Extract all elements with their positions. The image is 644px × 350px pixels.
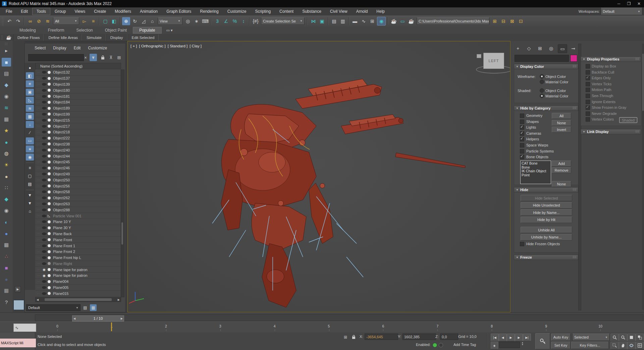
percent-snap-icon[interactable]: % bbox=[231, 17, 239, 25]
link-display-rollout[interactable]: ▼Link Display⠿⠿ bbox=[581, 129, 641, 134]
closed-eye-icon[interactable] bbox=[42, 107, 46, 110]
edit-named-selection-icon[interactable]: {#} bbox=[252, 17, 260, 25]
command-panel-scrollbar-2[interactable] bbox=[642, 44, 644, 310]
closed-eye-icon[interactable] bbox=[42, 113, 46, 116]
freeze-rollout[interactable]: ▼Freeze⠿⠿ bbox=[514, 255, 578, 260]
object-row-object249[interactable]: ···Object249 bbox=[35, 171, 121, 177]
list-none-button[interactable]: None bbox=[552, 181, 571, 187]
window-tool-icon-4[interactable]: ⊡ bbox=[517, 17, 525, 25]
left-toolbar-icon-16[interactable]: ◐ bbox=[2, 218, 11, 226]
absolute-mode-icon[interactable]: ⊞ bbox=[342, 334, 349, 340]
ribbon-button-edit-selected[interactable]: Edit Selected bbox=[127, 34, 159, 41]
closed-eye-icon[interactable] bbox=[42, 226, 46, 229]
use-pivot-center-icon[interactable]: ◎ bbox=[184, 17, 192, 25]
render-setup-icon[interactable]: ☕ bbox=[390, 17, 398, 25]
closed-eye-icon[interactable] bbox=[42, 71, 46, 74]
enabled-indicator[interactable] bbox=[433, 343, 437, 347]
menu-scripting[interactable]: Scripting bbox=[251, 8, 275, 15]
helpers-checkbox[interactable] bbox=[520, 137, 524, 141]
vertex-colors-shaded-button[interactable]: Shaded bbox=[619, 117, 637, 123]
hide-frozen-objects-checkbox[interactable] bbox=[520, 242, 524, 246]
vertex-ticks-checkbox[interactable] bbox=[586, 82, 590, 86]
object-row-object181[interactable]: ···Object181 bbox=[35, 93, 121, 99]
selection-filter-dropdown[interactable]: All▼ bbox=[53, 17, 79, 25]
lock-icon[interactable] bbox=[99, 54, 106, 61]
explorer-preset-dropdown[interactable]: Default▼ bbox=[26, 304, 80, 311]
filter-shapes-icon[interactable]: ◧ bbox=[26, 72, 34, 79]
unlink-icon[interactable]: ⊘ bbox=[35, 17, 43, 25]
closed-eye-icon[interactable] bbox=[42, 101, 46, 103]
left-toolbar-icon-9[interactable]: ● bbox=[2, 138, 11, 146]
window-tool-icon-3[interactable]: ⊠ bbox=[508, 17, 516, 25]
closed-eye-icon[interactable] bbox=[42, 131, 46, 133]
menu-graph-editors[interactable]: Graph Editors bbox=[162, 8, 196, 15]
closed-eye-icon[interactable] bbox=[42, 95, 46, 98]
minimize-button[interactable]: ─ bbox=[614, 0, 624, 7]
closed-eye-icon[interactable] bbox=[42, 286, 46, 289]
keyable-selected-dropdown[interactable]: Selected▼ bbox=[572, 334, 610, 341]
object-row-object180[interactable]: ···Object180 bbox=[35, 87, 121, 93]
closed-eye-icon[interactable] bbox=[42, 250, 46, 253]
menu-edit[interactable]: Edit bbox=[16, 8, 32, 15]
zoom-region-icon[interactable] bbox=[610, 342, 619, 349]
show-frozen-in-gray-checkbox[interactable] bbox=[586, 105, 590, 110]
menu-customize[interactable]: Customize bbox=[223, 8, 251, 15]
ref-coord-dropdown[interactable]: View▼ bbox=[158, 17, 182, 25]
see-through-checkbox[interactable] bbox=[586, 94, 590, 98]
left-toolbar-icon-19[interactable]: ∴ bbox=[2, 252, 11, 261]
object-row-plane-30-y[interactable]: ···Plane 30 Y bbox=[35, 225, 121, 231]
left-toolbar-icon-12[interactable]: ● bbox=[2, 172, 11, 181]
time-slider-handle[interactable]: ◀ 1 / 10 ▶ bbox=[72, 315, 124, 321]
motion-tab-icon[interactable]: ◎ bbox=[547, 44, 555, 52]
menu-modifiers[interactable]: Modifiers bbox=[110, 8, 136, 15]
shapes-checkbox[interactable] bbox=[520, 120, 524, 124]
schematic-view-icon[interactable]: ⊞ bbox=[368, 17, 376, 25]
ribbon-grip[interactable] bbox=[1, 35, 3, 40]
category-none-button[interactable]: None bbox=[552, 120, 571, 126]
left-toolbar-icon-20[interactable]: ■ bbox=[2, 263, 11, 272]
frame-spinner-down[interactable]: ▼ bbox=[522, 344, 524, 346]
display-tab-icon[interactable]: ▭ bbox=[558, 44, 567, 53]
window-tool-icon-1[interactable]: ⊞ bbox=[491, 17, 499, 25]
select-rotate-icon[interactable]: ↻ bbox=[131, 17, 139, 25]
object-row-object244[interactable]: ···Object244 bbox=[35, 153, 121, 159]
angle-snap-icon[interactable]: ∠ bbox=[222, 17, 230, 25]
left-toolbar-icon-2[interactable]: ■ bbox=[2, 58, 11, 67]
left-toolbar-grip[interactable] bbox=[5, 42, 7, 45]
closed-eye-icon[interactable] bbox=[42, 185, 46, 187]
explorer-grid-icon[interactable]: ▦ bbox=[90, 304, 97, 311]
explorer-menu-edit[interactable]: Edit bbox=[70, 45, 85, 51]
snaps-toggle-icon[interactable]: 3 bbox=[213, 17, 221, 25]
hide-unselected-button[interactable]: Hide Unselected bbox=[521, 202, 572, 209]
enabled-secondary-indicator[interactable] bbox=[439, 343, 443, 347]
object-row-object215[interactable]: ···Object215 bbox=[35, 117, 121, 123]
closed-eye-icon[interactable] bbox=[42, 161, 46, 163]
filter-particles-icon[interactable]: ▦ bbox=[26, 113, 34, 120]
object-row-object288[interactable]: ···Object288 bbox=[35, 207, 121, 213]
bone-objects-checkbox[interactable] bbox=[520, 155, 524, 159]
sort-options-icon[interactable]: ▼ bbox=[26, 191, 34, 199]
list-add-button[interactable]: Add bbox=[552, 161, 571, 167]
closed-eye-icon[interactable] bbox=[42, 190, 46, 193]
vertical-scrollbar[interactable] bbox=[121, 70, 124, 297]
orbit-icon[interactable] bbox=[627, 342, 636, 349]
ribbon-tab-object-paint[interactable]: Object Paint bbox=[99, 27, 133, 33]
object-row-plane-front[interactable]: ···Plane Front bbox=[35, 237, 121, 243]
closed-eye-icon[interactable] bbox=[42, 83, 46, 86]
object-color-swatch[interactable] bbox=[570, 55, 577, 62]
ribbon-toggle-icon[interactable]: ▬ bbox=[351, 17, 359, 25]
space-warps-checkbox[interactable] bbox=[520, 143, 524, 147]
left-toolbar-icon-21[interactable]: ● bbox=[2, 275, 11, 283]
curve-editor-icon[interactable]: ∿ bbox=[360, 17, 368, 25]
hide-by-category-rollout[interactable]: ▼Hide by Category⠿⠿ bbox=[514, 105, 578, 111]
filter-geometry-icon[interactable]: ● bbox=[26, 64, 34, 71]
backface-cull-checkbox[interactable] bbox=[586, 70, 590, 75]
ribbon-button-define-idle-areas[interactable]: Define Idle Areas bbox=[44, 34, 82, 41]
time-slider-track[interactable]: ◀ 1 / 10 ▶ bbox=[35, 314, 643, 321]
closed-eye-icon[interactable] bbox=[42, 245, 46, 247]
scene-explorer-toggle-icon[interactable]: ▤ bbox=[330, 17, 338, 25]
left-toolbar-icon-22[interactable]: ▦ bbox=[2, 286, 11, 295]
app-icon[interactable]: 3 bbox=[2, 1, 7, 6]
object-row-object199[interactable]: ···Object199 bbox=[35, 112, 121, 118]
menu-create[interactable]: Create bbox=[90, 8, 110, 15]
